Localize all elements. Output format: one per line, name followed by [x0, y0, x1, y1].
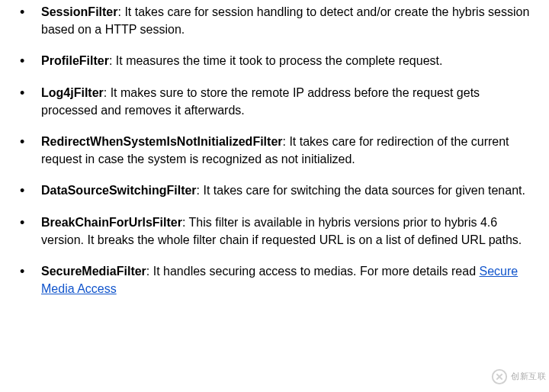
filter-name: DataSourceSwitchingFilter: [41, 184, 197, 197]
filter-description: : It takes care for switching the data s…: [197, 184, 525, 197]
list-item: SessionFilter: It takes care for session…: [40, 3, 534, 38]
filter-name: BreakChainForUrlsFilter: [41, 216, 182, 229]
list-item: DataSourceSwitchingFilter: It takes care…: [40, 182, 534, 199]
svg-point-0: [493, 370, 506, 384]
filter-description: : It measures the time it took to proces…: [109, 54, 443, 67]
filter-name: ProfileFilter: [41, 54, 109, 67]
watermark-text: 创新互联: [511, 371, 546, 383]
document-page: SessionFilter: It takes care for session…: [0, 0, 549, 392]
filter-description: : It handles securing access to medias. …: [146, 265, 480, 278]
filter-description: : It makes sure to store the remote IP a…: [41, 86, 480, 117]
filter-name: RedirectWhenSystemIsNotInitializedFilter: [41, 135, 283, 148]
filter-name: Log4jFilter: [41, 86, 104, 99]
list-item: SecureMediaFilter: It handles securing a…: [40, 262, 534, 297]
watermark: 创新互联: [488, 361, 549, 392]
filter-list: SessionFilter: It takes care for session…: [9, 3, 534, 297]
filter-name: SessionFilter: [41, 5, 117, 18]
list-item: BreakChainForUrlsFilter: This filter is …: [40, 214, 534, 249]
list-item: Log4jFilter: It makes sure to store the …: [40, 84, 534, 119]
list-item: RedirectWhenSystemIsNotInitializedFilter…: [40, 133, 534, 168]
filter-name: SecureMediaFilter: [41, 265, 146, 278]
watermark-icon: [491, 368, 508, 385]
list-item: ProfileFilter: It measures the time it t…: [40, 52, 534, 69]
